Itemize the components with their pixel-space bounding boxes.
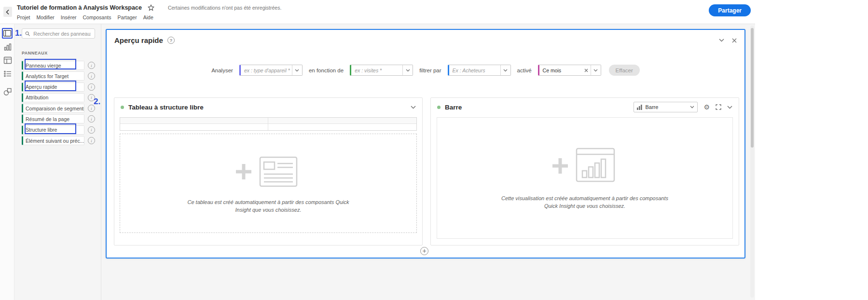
add-visualization-button[interactable]: +: [420, 247, 428, 255]
info-icon[interactable]: i: [88, 137, 95, 144]
collapse-panel-icon[interactable]: [719, 39, 724, 42]
topbar: Tutoriel de formation à Analysis Workspa…: [0, 0, 755, 24]
bar-card-actions: Barre ⚙: [634, 102, 732, 112]
bar-card-header: Barre Barre ⚙: [431, 98, 739, 116]
panel-search-box[interactable]: [22, 28, 95, 39]
dimension-dropdown[interactable]: ex : type d'appareil *: [239, 65, 303, 76]
info-icon[interactable]: i: [88, 94, 95, 101]
panel-item-attribution[interactable]: Attribution i: [22, 93, 95, 102]
info-icon[interactable]: i: [88, 62, 95, 69]
quick-insights-panel: Aperçu rapide ? Analyser: [106, 29, 745, 259]
bar-viz-dropzone[interactable]: Cette visualisation est créée automatiqu…: [437, 117, 733, 239]
menu-item-partager[interactable]: Partager: [117, 14, 137, 20]
project-title-row: Tutoriel de formation à Analysis Workspa…: [17, 4, 281, 11]
table-header-cell: [120, 118, 268, 124]
bar-visualization-card: Barre Barre ⚙: [430, 97, 739, 245]
close-panel-icon[interactable]: [732, 38, 737, 43]
menu-item-inserer[interactable]: Insérer: [61, 14, 77, 20]
info-icon[interactable]: i: [88, 115, 95, 123]
clear-date-icon[interactable]: [582, 68, 591, 72]
panel-item-resume-de-la-page[interactable]: Résumé de la page i: [22, 114, 95, 123]
chevron-down-icon: [690, 106, 694, 109]
panel-chip: Aperçu rapide: [22, 82, 84, 92]
menu-item-projet[interactable]: Projet: [17, 14, 30, 20]
panel-item-panneau-vierge[interactable]: Panneau vierge i: [22, 61, 95, 70]
dimension-placeholder: ex : type d'appareil *: [241, 68, 292, 73]
left-rail: [0, 24, 14, 300]
collapse-card-icon[interactable]: [411, 106, 416, 109]
rail-shapes-icon[interactable]: [2, 86, 13, 97]
by-label: en fonction de: [309, 68, 344, 73]
freeform-card-title: Tableau à structure libre: [128, 104, 204, 111]
panel-chip: Analytics for Target: [22, 71, 84, 81]
rail-visualizations-icon[interactable]: [2, 42, 13, 53]
panel-search-input[interactable]: [32, 30, 92, 37]
freeform-card-actions: [411, 106, 416, 109]
panel-item-element-suivant[interactable]: Élément suivant ou préc... i: [22, 136, 95, 145]
panel-chip: Résumé de la page: [22, 114, 84, 123]
quick-insights-cards: Tableau à structure libre: [114, 97, 739, 245]
status-dot-icon: [121, 106, 124, 109]
info-icon[interactable]: i: [88, 126, 95, 134]
quick-insights-header: Aperçu rapide ?: [107, 30, 744, 44]
info-icon[interactable]: i: [88, 105, 95, 112]
clear-button[interactable]: Effacer: [609, 65, 640, 76]
vertical-scrollbar: [750, 26, 754, 298]
panels-section-label: PANNEAUX: [22, 51, 95, 55]
menubar: Projet Modifier Insérer Composants Parta…: [17, 14, 153, 20]
star-favorite-icon[interactable]: [148, 4, 154, 11]
panel-item-analytics-for-target[interactable]: Analytics for Target i: [22, 71, 95, 81]
info-icon[interactable]: i: [88, 83, 95, 91]
back-button[interactable]: [3, 7, 12, 17]
status-dot-icon: [437, 106, 441, 109]
segment-placeholder: Ex : Acheteurs: [449, 68, 500, 73]
panel-item-structure-libre[interactable]: Structure libre i: [22, 125, 95, 135]
segment-dropdown[interactable]: Ex : Acheteurs: [448, 65, 511, 76]
scrollbar-thumb[interactable]: [751, 28, 754, 148]
settings-gear-icon[interactable]: ⚙: [703, 104, 710, 110]
menu-item-aide[interactable]: Aide: [143, 14, 153, 20]
freeform-table-dropzone[interactable]: Ce tableau est créé automatiquement à pa…: [120, 134, 417, 233]
analyze-label: Analyser: [211, 68, 233, 73]
collapse-card-icon[interactable]: [727, 106, 732, 109]
date-range-dropdown[interactable]: Ce mois: [538, 65, 601, 76]
share-button[interactable]: Partager: [709, 4, 751, 16]
workspace-canvas: Aperçu rapide ? Analyser: [101, 24, 755, 300]
bar-card-caption: Cette visualisation est créée automatiqu…: [501, 195, 669, 210]
date-range-value: Ce mois: [539, 68, 582, 73]
freeform-card-caption: Ce tableau est créé automatiquement à pa…: [184, 199, 352, 214]
menu-item-composants[interactable]: Composants: [83, 14, 111, 20]
quick-insights-filter-bar: Analyser ex : type d'appareil * en fonct…: [107, 65, 744, 76]
project-title: Tutoriel de formation à Analysis Workspa…: [17, 4, 142, 11]
rail-components-icon[interactable]: [2, 68, 13, 79]
chevron-left-icon: [5, 9, 10, 15]
panel-list: Panneau vierge i Analytics for Target i …: [22, 61, 95, 145]
rail-table-icon[interactable]: [2, 55, 13, 66]
menu-item-modifier[interactable]: Modifier: [36, 14, 54, 20]
table-header-cell: [268, 118, 416, 124]
freeform-table-header: [120, 117, 417, 131]
table-header-cell: [120, 124, 268, 130]
metric-placeholder: ex : visites *: [351, 68, 402, 73]
help-icon[interactable]: ?: [167, 37, 175, 44]
bar-card-title: Barre: [445, 104, 462, 111]
chevron-down-icon: [292, 65, 302, 75]
filter-by-label: filtrer par: [419, 68, 441, 73]
fullscreen-icon[interactable]: [716, 104, 721, 110]
metric-dropdown[interactable]: ex : visites *: [350, 65, 413, 76]
panel-chip: Comparaison de segments: [22, 104, 84, 113]
panel-item-comparaison-de-segments[interactable]: Comparaison de segments i: [22, 104, 95, 113]
panels-sidebar: PANNEAUX Panneau vierge i Analytics for …: [14, 24, 101, 300]
content-area: PANNEAUX Panneau vierge i Analytics for …: [0, 24, 755, 300]
panel-chip: Panneau vierge: [22, 61, 84, 70]
panel-item-apercu-rapide[interactable]: Aperçu rapide i: [22, 82, 95, 92]
table-header-cell: [268, 124, 416, 130]
panel-header-actions: [719, 38, 737, 43]
info-icon[interactable]: i: [88, 72, 95, 80]
chevron-down-icon: [591, 65, 601, 75]
search-icon: [25, 31, 30, 37]
viz-type-dropdown[interactable]: Barre: [634, 102, 698, 112]
freeform-table-card: Tableau à structure libre: [114, 97, 423, 245]
rail-panels-icon[interactable]: [2, 28, 13, 39]
panel-chip: Structure libre: [22, 125, 84, 135]
